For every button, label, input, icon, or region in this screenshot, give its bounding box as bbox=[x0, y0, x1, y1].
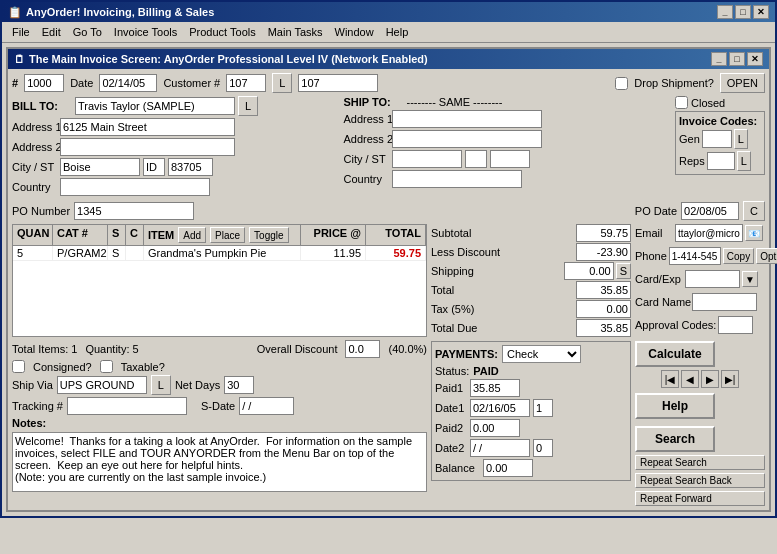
bill-country-field[interactable] bbox=[60, 178, 210, 196]
menu-goto[interactable]: Go To bbox=[67, 24, 108, 40]
ship-city-field[interactable] bbox=[392, 150, 462, 168]
copy-btn[interactable]: Copy bbox=[723, 248, 754, 264]
date2-num-field[interactable] bbox=[533, 439, 553, 457]
invoice-number-field[interactable] bbox=[24, 74, 64, 92]
customer-num-field[interactable] bbox=[226, 74, 266, 92]
email-field[interactable] bbox=[675, 224, 743, 242]
col-header-price: PRICE @ bbox=[301, 225, 366, 245]
mw-close-btn[interactable]: ✕ bbox=[747, 52, 763, 66]
tax-label: Tax (5%) bbox=[431, 303, 474, 315]
shipping-s-btn[interactable]: S bbox=[616, 263, 631, 279]
bill-addr2-field[interactable] bbox=[60, 138, 235, 156]
menu-main-tasks[interactable]: Main Tasks bbox=[262, 24, 329, 40]
mw-minimize-btn[interactable]: _ bbox=[711, 52, 727, 66]
po-date-c-btn[interactable]: C bbox=[743, 201, 765, 221]
phone-field[interactable] bbox=[669, 247, 721, 265]
reps-field[interactable] bbox=[707, 152, 735, 170]
overall-discount-field[interactable] bbox=[345, 340, 380, 358]
open-btn[interactable]: OPEN bbox=[720, 73, 765, 93]
tax-field bbox=[576, 300, 631, 318]
notes-text[interactable]: Welcome! Thanks for a taking a look at A… bbox=[12, 432, 427, 492]
date2-field[interactable] bbox=[470, 439, 530, 457]
card-name-label: Card Name bbox=[635, 296, 690, 308]
row-total: 59.75 bbox=[366, 246, 426, 260]
calculate-btn[interactable]: Calculate bbox=[635, 341, 715, 367]
bill-addr1-field[interactable] bbox=[60, 118, 235, 136]
customer-name-field[interactable] bbox=[298, 74, 378, 92]
paid1-field[interactable] bbox=[470, 379, 520, 397]
ship-country-label: Country bbox=[344, 173, 389, 185]
repeat-search-back-btn[interactable]: Repeat Search Back bbox=[635, 473, 765, 488]
email-icon-btn[interactable]: 📧 bbox=[745, 225, 763, 241]
date-label: Date bbox=[70, 77, 93, 89]
quantity-label: Quantity: 5 bbox=[85, 343, 138, 355]
menu-window[interactable]: Window bbox=[329, 24, 380, 40]
ship-country-field[interactable] bbox=[392, 170, 522, 188]
main-window-icon: 🗒 bbox=[14, 53, 25, 65]
date1-field[interactable] bbox=[470, 399, 530, 417]
s-date-field[interactable] bbox=[239, 397, 294, 415]
minimize-btn[interactable]: _ bbox=[717, 5, 733, 19]
approval-field[interactable] bbox=[718, 316, 753, 334]
next-btn[interactable]: ▶ bbox=[701, 370, 719, 388]
bill-name-field[interactable] bbox=[75, 97, 235, 115]
drop-shipment-checkbox[interactable] bbox=[615, 77, 628, 90]
prev-btn[interactable]: ◀ bbox=[681, 370, 699, 388]
card-exp-dropdown[interactable]: ▼ bbox=[742, 271, 758, 287]
mw-maximize-btn[interactable]: □ bbox=[729, 52, 745, 66]
customer-l-btn[interactable]: L bbox=[272, 73, 292, 93]
help-btn[interactable]: Help bbox=[635, 393, 715, 419]
card-exp-field[interactable] bbox=[685, 270, 740, 288]
paid2-field[interactable] bbox=[470, 419, 520, 437]
payment-method-select[interactable]: Check Cash Credit Card bbox=[502, 345, 581, 363]
date1-label: Date1 bbox=[435, 402, 467, 414]
gen-l-btn[interactable]: L bbox=[734, 129, 748, 149]
date1-num-field[interactable] bbox=[533, 399, 553, 417]
add-btn[interactable]: Add bbox=[178, 227, 206, 243]
menu-edit[interactable]: Edit bbox=[36, 24, 67, 40]
gen-field[interactable] bbox=[702, 130, 732, 148]
col-header-cat: CAT # bbox=[53, 225, 108, 245]
ship-zip-field[interactable] bbox=[490, 150, 530, 168]
consigned-checkbox[interactable] bbox=[12, 360, 25, 373]
first-btn[interactable]: |◀ bbox=[661, 370, 679, 388]
drop-shipment-label: Drop Shipment? bbox=[634, 77, 714, 89]
ship-addr1-field[interactable] bbox=[392, 110, 542, 128]
close-btn[interactable]: ✕ bbox=[753, 5, 769, 19]
opt-btn[interactable]: Opt bbox=[756, 248, 777, 264]
ship-via-l-btn[interactable]: L bbox=[151, 375, 171, 395]
ship-via-field[interactable] bbox=[57, 376, 147, 394]
ship-state-field[interactable] bbox=[465, 150, 487, 168]
last-btn[interactable]: ▶| bbox=[721, 370, 739, 388]
bill-zip-field[interactable] bbox=[168, 158, 213, 176]
ship-to-section: SHIP TO: -------- SAME -------- Address … bbox=[344, 96, 670, 198]
menu-file[interactable]: File bbox=[6, 24, 36, 40]
ship-addr2-field[interactable] bbox=[392, 130, 542, 148]
repeat-forward-btn[interactable]: Repeat Forward bbox=[635, 491, 765, 506]
place-btn[interactable]: Place bbox=[210, 227, 245, 243]
tracking-field[interactable] bbox=[67, 397, 187, 415]
bill-city-field[interactable] bbox=[60, 158, 140, 176]
reps-l-btn[interactable]: L bbox=[737, 151, 751, 171]
po-number-field[interactable] bbox=[74, 202, 194, 220]
search-btn[interactable]: Search bbox=[635, 426, 715, 452]
menu-product-tools[interactable]: Product Tools bbox=[183, 24, 261, 40]
net-days-field[interactable] bbox=[224, 376, 254, 394]
menu-invoice-tools[interactable]: Invoice Tools bbox=[108, 24, 183, 40]
bill-l-btn[interactable]: L bbox=[238, 96, 258, 116]
card-name-field[interactable] bbox=[692, 293, 757, 311]
bill-state-field[interactable] bbox=[143, 158, 165, 176]
toggle-btn[interactable]: Toggle bbox=[249, 227, 288, 243]
date-field[interactable] bbox=[99, 74, 157, 92]
overall-discount-label: Overall Discount bbox=[257, 343, 338, 355]
row-s: S bbox=[108, 246, 126, 260]
repeat-search-btn[interactable]: Repeat Search bbox=[635, 455, 765, 470]
closed-checkbox[interactable] bbox=[675, 96, 688, 109]
maximize-btn[interactable]: □ bbox=[735, 5, 751, 19]
approval-label: Approval Codes: bbox=[635, 319, 716, 331]
po-date-field[interactable] bbox=[681, 202, 739, 220]
menu-help[interactable]: Help bbox=[380, 24, 415, 40]
payments-section: PAYMENTS: Check Cash Credit Card Status:… bbox=[431, 341, 631, 481]
bill-addr2-label: Address 2 bbox=[12, 141, 57, 153]
taxable-checkbox[interactable] bbox=[100, 360, 113, 373]
